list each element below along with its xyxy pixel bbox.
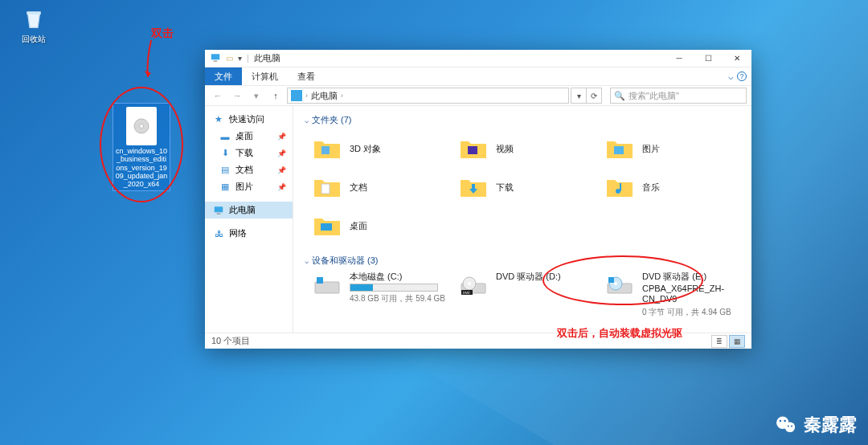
sidebar-network[interactable]: 🖧 网络 <box>205 225 293 242</box>
chevron-right-icon: › <box>305 92 308 100</box>
chevron-down-icon: ⌵ <box>305 116 309 125</box>
folder-icon <box>459 173 488 202</box>
folder-label: 3D 对象 <box>350 143 381 155</box>
sidebar-item-label: 下载 <box>235 147 253 159</box>
folder-label: 视频 <box>496 143 514 155</box>
group-folders-title: 文件夹 (7) <box>312 114 352 126</box>
drive-local-c[interactable]: 本地磁盘 (C:) 43.8 GB 可用，共 59.4 GB <box>313 271 451 318</box>
nav-forward-button[interactable]: → <box>229 88 245 104</box>
folder-pictures[interactable]: 图片 <box>605 131 743 166</box>
folder-music[interactable]: 音乐 <box>605 169 743 205</box>
view-details-button[interactable]: ≣ <box>711 335 727 348</box>
recycle-bin[interactable]: 回收站 <box>10 5 58 44</box>
sidebar-item-label: 此电脑 <box>229 204 256 216</box>
view-icons-button[interactable]: ▦ <box>729 335 745 348</box>
svg-rect-7 <box>468 146 477 154</box>
folder-label: 音乐 <box>642 182 660 194</box>
chevron-down-icon[interactable]: ▾ <box>238 54 242 63</box>
pc-small-icon <box>291 90 302 101</box>
search-input[interactable]: 🔍 搜索"此电脑" <box>610 88 747 104</box>
sidebar-item-label: 图片 <box>235 181 253 193</box>
drive-name: 本地磁盘 (C:) <box>350 271 445 282</box>
document-icon: ▤ <box>219 165 231 176</box>
folder-icon <box>313 173 342 202</box>
folder-label: 桌面 <box>350 220 367 232</box>
search-placeholder: 搜索"此电脑" <box>628 90 679 102</box>
drive-sub: 0 字节 可用，共 4.94 GB <box>642 307 743 318</box>
nav-back-button[interactable]: ← <box>210 88 226 104</box>
tab-file[interactable]: 文件 <box>205 67 242 85</box>
address-row: ← → ▾ ↑ › 此电脑 › ▾ ⟳ 🔍 搜索"此电脑" <box>205 85 751 106</box>
group-folders-header[interactable]: ⌵ 文件夹 (7) <box>298 111 743 131</box>
help-icon[interactable]: ? <box>737 71 747 81</box>
ribbon-expand-icon[interactable]: ⌵ <box>728 71 734 82</box>
svg-rect-6 <box>321 146 330 154</box>
folder-videos[interactable]: 视频 <box>459 131 597 166</box>
titlebar[interactable]: ▭ ▾ | 此电脑 ─ ☐ ✕ <box>205 50 751 67</box>
svg-rect-9 <box>321 184 330 194</box>
folder-downloads[interactable]: 下载 <box>459 169 597 205</box>
svg-point-27 <box>784 420 786 423</box>
pin-icon: 📌 <box>277 133 286 141</box>
folder-3d-objects[interactable]: 3D 对象 <box>313 131 451 166</box>
tab-computer[interactable]: 计算机 <box>242 67 288 85</box>
folder-icon <box>313 134 342 163</box>
folder-documents[interactable]: 文档 <box>313 169 451 205</box>
dvd-drive-icon: DVD <box>459 271 488 300</box>
file-explorer-window: ▭ ▾ | 此电脑 ─ ☐ ✕ 文件 计算机 查看 ⌵ ? ← → ▾ ↑ › … <box>205 50 751 349</box>
svg-point-28 <box>788 425 789 427</box>
annotation-circle-iso <box>100 87 183 202</box>
sidebar: ★ 快速访问 ▬ 桌面 📌 ⬇ 下载 📌 ▤ 文档 📌 ▦ 图片 📌 <box>205 106 293 333</box>
svg-rect-11 <box>620 183 621 191</box>
address-bar[interactable]: › 此电脑 › <box>287 88 569 104</box>
svg-point-26 <box>780 420 782 423</box>
sidebar-this-pc[interactable]: 此电脑 <box>205 202 293 218</box>
address-dropdown-button[interactable]: ▾ <box>571 88 587 104</box>
svg-rect-4 <box>215 206 223 212</box>
folder-icon <box>459 134 488 163</box>
sidebar-downloads[interactable]: ⬇ 下载 📌 <box>205 145 293 161</box>
folder-qat-icon[interactable]: ▭ <box>226 54 233 63</box>
recycle-bin-icon <box>20 5 47 32</box>
close-button[interactable]: ✕ <box>723 50 751 67</box>
sidebar-item-label: 文档 <box>235 164 253 176</box>
svg-rect-8 <box>614 146 624 154</box>
svg-rect-3 <box>214 60 218 61</box>
annotation-arrow-icon <box>141 39 158 84</box>
chevron-right-icon: › <box>341 92 343 100</box>
watermark: 秦露露 <box>775 413 857 437</box>
nav-up-button[interactable]: ↑ <box>268 88 284 104</box>
sidebar-item-label: 桌面 <box>235 130 253 142</box>
pin-icon: 📌 <box>277 166 286 174</box>
recycle-bin-label: 回收站 <box>10 35 58 44</box>
tab-view[interactable]: 查看 <box>288 67 325 85</box>
network-icon: 🖧 <box>213 228 224 239</box>
sidebar-desktop[interactable]: ▬ 桌面 📌 <box>205 128 293 145</box>
drive-usage-bar <box>350 284 438 292</box>
sidebar-documents[interactable]: ▤ 文档 📌 <box>205 161 293 178</box>
sidebar-pictures[interactable]: ▦ 图片 📌 <box>205 178 293 195</box>
annotation-circle-drive <box>542 255 703 305</box>
ribbon-tabs: 文件 计算机 查看 ⌵ ? <box>205 67 751 85</box>
minimize-button[interactable]: ─ <box>665 50 694 67</box>
sidebar-quick-access[interactable]: ★ 快速访问 <box>205 111 293 128</box>
content-pane[interactable]: ⌵ 文件夹 (7) 3D 对象 视频 图片 文档 <box>293 106 751 333</box>
pc-icon <box>210 52 221 65</box>
folder-label: 下载 <box>496 182 514 194</box>
refresh-button[interactable]: ⟳ <box>586 88 602 104</box>
folder-icon <box>605 173 634 202</box>
pc-icon <box>213 205 224 216</box>
svg-rect-2 <box>211 54 220 59</box>
nav-recent-button[interactable]: ▾ <box>248 88 264 104</box>
svg-text:DVD: DVD <box>463 291 470 295</box>
drive-sub: 43.8 GB 可用，共 59.4 GB <box>350 293 445 304</box>
wechat-icon <box>775 414 797 436</box>
svg-rect-13 <box>315 282 339 293</box>
window-title: 此电脑 <box>249 52 665 64</box>
svg-rect-12 <box>321 223 332 231</box>
folder-desktop[interactable]: 桌面 <box>313 208 451 243</box>
maximize-button[interactable]: ☐ <box>694 50 723 67</box>
sidebar-item-label: 快速访问 <box>229 113 264 125</box>
address-location: 此电脑 <box>311 90 338 102</box>
download-icon: ⬇ <box>219 148 231 159</box>
